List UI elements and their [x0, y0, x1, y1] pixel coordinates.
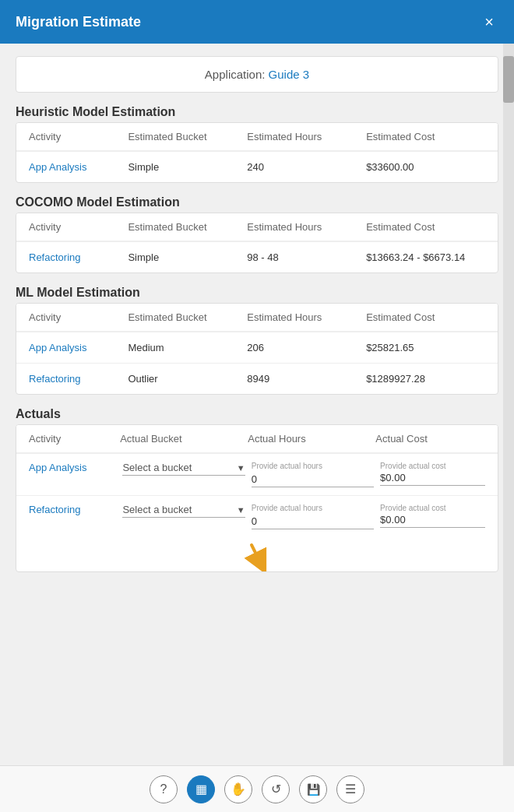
table-row: Refactoring Simple 98 - 48 $13663.24 - $… — [16, 241, 498, 272]
actuals-row0-activity[interactable]: App Analysis — [29, 462, 86, 473]
heuristic-table: Activity Estimated Bucket Estimated Hour… — [16, 122, 498, 183]
svg-line-1 — [252, 545, 261, 564]
cocomo-table: Activity Estimated Bucket Estimated Hour… — [16, 213, 498, 273]
cocomo-col-activity: Activity — [29, 221, 128, 233]
heuristic-col-bucket: Estimated Bucket — [128, 131, 247, 142]
calculator-icon: ▦ — [195, 782, 207, 796]
actuals-row0-bucket-wrap: Select a bucket ▼ — [122, 462, 245, 476]
actuals-row-1: Refactoring Select a bucket ▼ Provide ac… — [16, 495, 498, 537]
close-button[interactable]: × — [480, 12, 498, 31]
actuals-row1-cost-wrap: Provide actual cost $0.00 — [380, 504, 485, 528]
ml-col-bucket: Estimated Bucket — [128, 311, 247, 323]
list-button[interactable]: ☰ — [336, 775, 364, 803]
ml-row1-hours: 8949 — [247, 373, 366, 385]
ml-row1-cost: $1289927.28 — [366, 373, 485, 385]
actuals-row1-hours-wrap: Provide actual hours — [252, 504, 374, 529]
actuals-row1-hours-label: Provide actual hours — [252, 504, 374, 512]
actuals-row0-cost-value: $0.00 — [380, 472, 485, 486]
app-banner-label: Application: — [205, 68, 266, 81]
actuals-title: Actuals — [16, 407, 498, 421]
actuals-table: Activity Actual Bucket Actual Hours Actu… — [16, 424, 498, 572]
ml-row0-activity[interactable]: App Analysis — [29, 342, 86, 353]
heuristic-row0-activity[interactable]: App Analysis — [29, 161, 86, 173]
heuristic-col-hours: Estimated Hours — [247, 131, 366, 142]
ml-header-row: Activity Estimated Bucket Estimated Hour… — [16, 304, 498, 332]
cocomo-col-bucket: Estimated Bucket — [128, 221, 247, 233]
actuals-row1-bucket-select-wrap: Select a bucket ▼ — [122, 504, 245, 518]
heuristic-row0-cost: $33600.00 — [366, 161, 485, 173]
ml-table: Activity Estimated Bucket Estimated Hour… — [16, 303, 498, 395]
hand-button[interactable]: ✋ — [224, 775, 252, 803]
scrollbar-thumb[interactable] — [503, 56, 514, 103]
chevron-down-icon: ▼ — [237, 505, 245, 515]
heuristic-col-activity: Activity — [29, 131, 128, 142]
actuals-row0-hours-wrap: Provide actual hours — [252, 462, 374, 487]
cocomo-header-row: Activity Estimated Bucket Estimated Hour… — [16, 213, 498, 241]
ml-col-activity: Activity — [29, 311, 128, 323]
cocomo-title: COCOMO Model Estimation — [16, 195, 498, 209]
ml-row1-activity[interactable]: Refactoring — [29, 373, 80, 385]
heuristic-row0-bucket: Simple — [128, 161, 247, 173]
heuristic-header-row: Activity Estimated Bucket Estimated Hour… — [16, 123, 498, 151]
actuals-header-row: Activity Actual Bucket Actual Hours Actu… — [16, 425, 498, 453]
save-button[interactable]: 💾 — [299, 775, 327, 803]
modal-body: Application: Guide 3 Heuristic Model Est… — [0, 44, 514, 765]
actuals-row1-hours-input[interactable] — [252, 514, 374, 529]
app-link[interactable]: Guide 3 — [269, 68, 310, 81]
actuals-row0-cost-label: Provide actual cost — [380, 462, 485, 470]
cocomo-row0-activity[interactable]: Refactoring — [29, 251, 80, 263]
actuals-col-bucket: Actual Bucket — [120, 433, 248, 445]
actuals-section: Actuals Activity Actual Bucket Actual Ho… — [16, 407, 498, 572]
ml-row1-bucket: Outlier — [128, 373, 247, 385]
ml-row0-hours: 206 — [247, 342, 366, 353]
actuals-row0-bucket-select[interactable]: Select a bucket — [122, 462, 233, 473]
heuristic-row0-hours: 240 — [247, 161, 366, 173]
actuals-col-cost: Actual Cost — [375, 433, 485, 445]
arrow-indicator — [16, 540, 498, 571]
heuristic-title: Heuristic Model Estimation — [16, 105, 498, 119]
scrollbar-track[interactable] — [503, 44, 514, 765]
down-arrow-icon — [238, 540, 276, 571]
actuals-row1-cost-value: $0.00 — [380, 514, 485, 528]
app-banner: Application: Guide 3 — [16, 56, 498, 93]
actuals-col-activity: Activity — [29, 433, 120, 445]
ml-col-hours: Estimated Hours — [247, 311, 366, 323]
actuals-row0-bucket-select-wrap: Select a bucket ▼ — [122, 462, 245, 476]
actuals-row0-hours-input[interactable] — [252, 472, 374, 487]
ml-title: ML Model Estimation — [16, 286, 498, 300]
table-row: App Analysis Simple 240 $33600.00 — [16, 151, 498, 182]
actuals-row0-hours-label: Provide actual hours — [252, 462, 374, 470]
cocomo-col-cost: Estimated Cost — [366, 221, 485, 233]
actuals-col-hours: Actual Hours — [248, 433, 375, 445]
cocomo-row0-cost: $13663.24 - $6673.14 — [366, 251, 485, 263]
ml-section: ML Model Estimation Activity Estimated B… — [16, 286, 498, 395]
heuristic-section: Heuristic Model Estimation Activity Esti… — [16, 105, 498, 183]
help-button[interactable]: ? — [150, 775, 178, 803]
hand-icon: ✋ — [231, 782, 246, 796]
actuals-row1-bucket-wrap: Select a bucket ▼ — [122, 504, 245, 518]
modal-footer: ? ▦ ✋ ↺ 💾 ☰ — [0, 765, 514, 812]
cocomo-row0-bucket: Simple — [128, 251, 247, 263]
calculator-button[interactable]: ▦ — [187, 775, 215, 803]
undo-icon: ↺ — [271, 782, 281, 796]
cocomo-section: COCOMO Model Estimation Activity Estimat… — [16, 195, 498, 273]
list-icon: ☰ — [345, 782, 356, 796]
ml-row0-cost: $25821.65 — [366, 342, 485, 353]
table-row: App Analysis Medium 206 $25821.65 — [16, 332, 498, 363]
help-icon: ? — [160, 782, 167, 796]
actuals-row1-bucket-select[interactable]: Select a bucket — [122, 504, 233, 515]
ml-row0-bucket: Medium — [128, 342, 247, 353]
chevron-down-icon: ▼ — [237, 463, 245, 473]
cocomo-col-hours: Estimated Hours — [247, 221, 366, 233]
actuals-row0-cost-wrap: Provide actual cost $0.00 — [380, 462, 485, 486]
undo-button[interactable]: ↺ — [262, 775, 290, 803]
actuals-row1-activity[interactable]: Refactoring — [29, 504, 80, 515]
cocomo-row0-hours: 98 - 48 — [247, 251, 366, 263]
actuals-row-0: App Analysis Select a bucket ▼ Provide a… — [16, 453, 498, 495]
modal-container: Migration Estimate × Application: Guide … — [0, 0, 514, 812]
modal-title: Migration Estimate — [16, 14, 141, 30]
table-row: Refactoring Outlier 8949 $1289927.28 — [16, 363, 498, 394]
modal-header: Migration Estimate × — [0, 0, 514, 44]
actuals-row1-cost-label: Provide actual cost — [380, 504, 485, 512]
heuristic-col-cost: Estimated Cost — [366, 131, 485, 142]
